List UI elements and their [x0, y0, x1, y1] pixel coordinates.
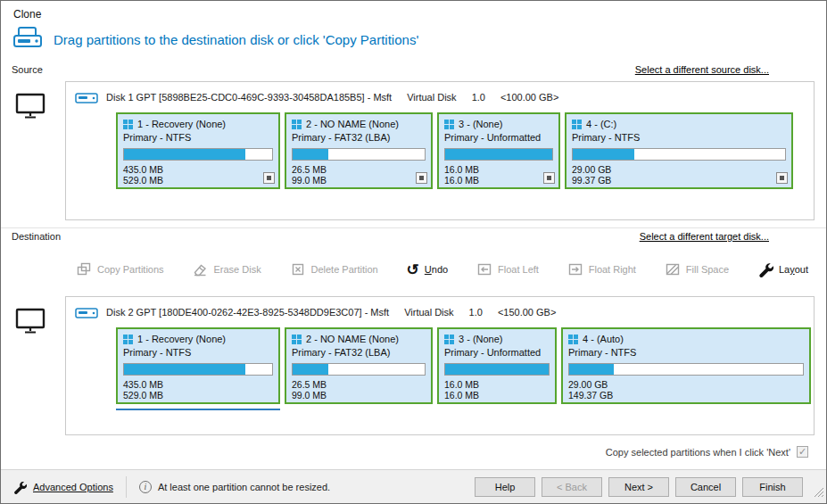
clone-disk-icon [12, 24, 45, 54]
layout-button[interactable]: Layout [757, 261, 808, 277]
disk-icon [75, 89, 98, 104]
source-partition-4[interactable]: 4 - (C:) Primary - NTFS 29.00 GB 99.37 G… [565, 112, 793, 189]
finish-button[interactable]: Finish [742, 477, 803, 497]
partition-used: 16.0 MB [444, 164, 553, 175]
vertical-divider [126, 476, 127, 498]
resize-notice: i At least one partition cannot be resiz… [139, 481, 330, 493]
disk-bus: Virtual Disk [404, 307, 453, 318]
wrench-icon [12, 480, 27, 494]
copy-partitions-button[interactable]: Copy Partitions [76, 261, 164, 277]
resize-grip[interactable] [814, 485, 824, 501]
partition-type: Primary - FAT32 (LBA) [292, 347, 426, 358]
selected-partition-indicator [116, 409, 280, 410]
copy-when-next-option: Copy selected partitions when I click 'N… [606, 446, 808, 458]
partition-usage-bar [568, 363, 804, 376]
info-icon: i [139, 481, 152, 493]
windows-logo-icon [572, 120, 582, 129]
windows-logo-icon [568, 335, 578, 344]
partition-size: 149.37 GB [568, 390, 804, 401]
partition-name: 4 - (Auto) [583, 334, 624, 344]
instruction-text: Drag partitions to the destination disk … [54, 32, 418, 47]
copy-when-next-label: Copy selected partitions when I click 'N… [606, 447, 790, 458]
copy-when-next-checkbox[interactable]: ✓ [797, 446, 808, 458]
float-right-icon [567, 261, 583, 277]
source-partition-2[interactable]: 2 - NO NAME (None) Primary - FAT32 (LBA)… [285, 112, 433, 189]
float-left-icon [476, 261, 492, 277]
dest-partition-3[interactable]: 3 - (None) Primary - Unformatted 16.0 MB… [437, 327, 557, 404]
next-button[interactable]: Next > [608, 477, 669, 497]
undo-button[interactable]: ↺ Undo [407, 263, 449, 277]
partition-resize-icon[interactable] [543, 172, 555, 184]
disk-bus: Virtual Disk [407, 92, 456, 103]
section-divider [1, 227, 826, 228]
windows-logo-icon [444, 335, 454, 344]
partition-size: 99.0 MB [292, 390, 426, 401]
source-disk-header: Disk 1 GPT [5898BE25-CDC0-469C-9393-3045… [75, 89, 558, 104]
source-partition-3[interactable]: 3 - (None) Primary - Unformatted 16.0 MB… [437, 112, 560, 189]
windows-logo-icon [123, 335, 133, 344]
advanced-options-link[interactable]: Advanced Options [12, 480, 113, 494]
partition-type: Primary - Unformatted [444, 132, 553, 143]
partition-used: 26.5 MB [292, 164, 426, 175]
windows-logo-icon [123, 120, 133, 129]
disk-version: 1.0 [472, 92, 485, 103]
partition-type: Primary - NTFS [123, 132, 273, 143]
float-right-button[interactable]: Float Right [567, 261, 636, 277]
dest-partition-1[interactable]: 1 - Recovery (None) Primary - NTFS 435.0… [116, 327, 280, 404]
back-button[interactable]: < Back [542, 477, 602, 497]
destination-toolbar: Copy Partitions Erase Disk Delete Partit… [76, 253, 808, 285]
source-computer-icon [15, 93, 45, 120]
disk-capacity: <100.00 GB> [500, 92, 558, 103]
partition-used: 435.0 MB [123, 379, 273, 390]
destination-disk-header: Disk 2 GPT [180DE400-0262-42E3-8925-5348… [75, 304, 556, 319]
windows-logo-icon [292, 120, 302, 129]
layout-wrench-icon [757, 261, 773, 277]
partition-used: 16.0 MB [444, 379, 550, 390]
partition-name: 4 - (C:) [586, 119, 616, 129]
disk-icon [75, 304, 98, 319]
delete-partition-button[interactable]: Delete Partition [290, 261, 378, 277]
help-button[interactable]: Help [475, 477, 535, 497]
partition-used: 29.00 GB [568, 379, 804, 390]
destination-computer-icon [15, 308, 45, 335]
disk-capacity: <150.00 GB> [498, 307, 556, 318]
partition-type: Primary - FAT32 (LBA) [292, 132, 426, 143]
partition-resize-icon[interactable] [776, 172, 788, 184]
partition-name: 1 - Recovery (None) [137, 119, 226, 129]
erase-disk-icon [192, 261, 208, 277]
partition-resize-icon[interactable] [416, 172, 427, 184]
partition-size: 16.0 MB [444, 390, 550, 401]
float-left-button[interactable]: Float Left [476, 261, 539, 277]
dest-partition-2[interactable]: 2 - NO NAME (None) Primary - FAT32 (LBA)… [285, 327, 433, 404]
partition-type: Primary - NTFS [123, 347, 273, 358]
partition-resize-icon[interactable] [263, 172, 275, 184]
disk-title: Disk 2 GPT [180DE400-0262-42E3-8925-5348… [106, 307, 389, 318]
delete-partition-icon [290, 261, 306, 277]
notice-text: At least one partition cannot be resized… [158, 482, 330, 492]
disk-version: 1.0 [469, 307, 483, 318]
copy-partitions-icon [76, 261, 92, 277]
source-partition-1[interactable]: 1 - Recovery (None) Primary - NTFS 435.0… [116, 112, 280, 189]
partition-size: 16.0 MB [444, 175, 553, 186]
partition-usage-bar [123, 148, 273, 161]
partition-used: 26.5 MB [292, 379, 426, 390]
instruction-header: Drag partitions to the destination disk … [12, 24, 418, 54]
windows-logo-icon [292, 335, 302, 344]
cancel-button[interactable]: Cancel [675, 477, 736, 497]
select-source-disk-link[interactable]: Select a different source disk... [635, 64, 769, 75]
partition-usage-bar [444, 363, 550, 376]
fill-space-button[interactable]: Fill Space [665, 261, 729, 277]
partition-usage-bar [572, 148, 786, 161]
source-section-label: Source [12, 64, 43, 75]
partition-type: Primary - NTFS [572, 132, 786, 143]
select-target-disk-link[interactable]: Select a different target disk... [640, 231, 769, 242]
fill-space-icon [665, 261, 681, 277]
windows-logo-icon [444, 120, 454, 129]
partition-size: 99.0 MB [292, 175, 426, 186]
dialog-buttons: Help < Back Next > Cancel Finish [475, 477, 803, 497]
partition-name: 3 - (None) [459, 119, 503, 129]
dest-partition-4[interactable]: 4 - (Auto) Primary - NTFS 29.00 GB 149.3… [561, 327, 811, 404]
partition-usage-bar [292, 148, 426, 161]
partition-usage-bar [123, 363, 273, 376]
erase-disk-button[interactable]: Erase Disk [192, 261, 261, 277]
